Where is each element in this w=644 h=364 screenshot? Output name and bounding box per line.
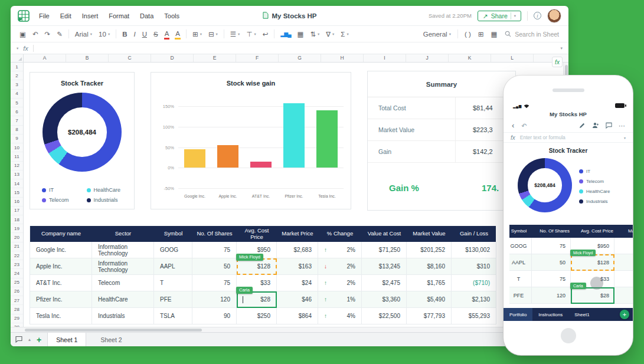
cell-gain-loss[interactable]: $2,130 xyxy=(452,291,496,308)
menu-item[interactable]: File xyxy=(39,12,50,19)
col-header-value-at-cost[interactable]: Value at Cost xyxy=(362,226,407,242)
cell-company[interactable]: Tesla Inc. xyxy=(30,308,92,324)
font-color-button[interactable]: A xyxy=(162,28,172,40)
view-grid-button[interactable]: ▦ xyxy=(488,28,500,40)
cell-symbol[interactable]: AAPL xyxy=(509,254,532,271)
merge-cells-button[interactable]: ⊟▾ xyxy=(205,28,221,40)
cell-avg-cost[interactable]: $250 xyxy=(237,308,277,324)
row-header[interactable]: 21 xyxy=(11,242,23,251)
row-header[interactable]: 23 xyxy=(11,260,23,269)
row-header[interactable]: 27 xyxy=(11,296,23,305)
row-header[interactable]: 17 xyxy=(11,206,23,215)
cell-symbol[interactable]: GOOG xyxy=(509,238,532,254)
filter-button[interactable]: ∇▾ xyxy=(323,28,337,40)
row-header[interactable]: 9 xyxy=(11,135,23,143)
font-size-select[interactable]: 10▾ xyxy=(96,28,113,40)
cell-shares[interactable]: 120 xyxy=(532,287,571,304)
cell-market-price[interactable]: $163 xyxy=(614,254,633,271)
row-header[interactable]: 29 xyxy=(11,314,23,323)
cell-gain-loss[interactable]: $310 xyxy=(452,258,496,275)
column-header[interactable]: H xyxy=(321,54,364,62)
col-header-market-price[interactable]: Market Price xyxy=(614,225,633,238)
column-header[interactable]: K xyxy=(449,54,491,62)
select-all-corner[interactable] xyxy=(11,54,24,62)
font-select[interactable]: Arial▾ xyxy=(72,28,95,40)
cell-market-price[interactable]: $46 xyxy=(277,291,318,308)
sheet-grid[interactable]: 1234567891011121314151617181920212223242… xyxy=(11,63,568,332)
horizontal-align-button[interactable]: ☰▾ xyxy=(227,28,243,40)
cell-change[interactable]: ↑4% xyxy=(318,308,362,324)
insert-chart-button[interactable]: ▂▆▄ xyxy=(277,28,293,40)
info-icon[interactable]: i xyxy=(534,12,541,19)
col-header-gain-loss[interactable]: Gain / Loss xyxy=(452,226,496,242)
cell-gain-loss-negative[interactable]: ($710) xyxy=(452,275,496,291)
menu-item[interactable]: Insert xyxy=(82,12,99,19)
cell-change[interactable]: ↑2% xyxy=(318,275,362,291)
summary-card[interactable]: Summary Total Cost $81,44 Market Value $… xyxy=(367,71,516,211)
cell-sector[interactable]: Information Technology xyxy=(92,258,154,275)
horizontal-scrollbar[interactable] xyxy=(11,327,568,332)
cell-market-price[interactable]: $2,683 xyxy=(277,242,318,258)
cell-company[interactable]: Google Inc. xyxy=(30,242,92,258)
user-avatar[interactable] xyxy=(547,9,561,23)
col-header-change[interactable]: % Change xyxy=(318,226,362,242)
cell-symbol[interactable]: AAPL xyxy=(154,258,192,275)
column-header[interactable]: I xyxy=(364,54,406,62)
cell-change[interactable]: ↑1% xyxy=(318,291,362,308)
fill-color-button[interactable]: A xyxy=(172,28,183,40)
col-header-symbol[interactable]: Symbol xyxy=(509,225,532,238)
row-header[interactable]: 18 xyxy=(11,215,23,224)
name-box-chevron-icon[interactable]: ▾ xyxy=(17,46,18,51)
cell-sector[interactable]: Information Technology xyxy=(92,242,154,258)
sheet-tab-2[interactable]: Sheet 2 xyxy=(92,333,130,346)
row-header[interactable]: 6 xyxy=(11,107,23,116)
column-header[interactable]: G xyxy=(279,54,321,62)
menu-item[interactable]: Tools xyxy=(164,12,179,19)
menu-item[interactable]: Edit xyxy=(60,12,71,19)
column-header[interactable]: J xyxy=(406,54,449,62)
phone-tab-instructions[interactable]: Instructions xyxy=(532,308,568,321)
row-header[interactable]: 11 xyxy=(11,152,23,161)
cell-shares[interactable]: 90 xyxy=(192,308,237,324)
cell-value-at-cost[interactable]: $2,475 xyxy=(362,275,407,291)
cell-shares[interactable]: 75 xyxy=(532,238,571,254)
print-button[interactable]: ▣ xyxy=(17,28,29,40)
stock-tracker-chart-card[interactable]: Stock Tracker $208,484 IT Telecom Health… xyxy=(30,72,135,209)
col-header-company[interactable]: Company name xyxy=(30,226,92,242)
row-header[interactable]: 25 xyxy=(11,278,23,287)
col-header-shares[interactable]: No. Of Shares xyxy=(532,225,571,238)
cell-symbol[interactable]: TSLA xyxy=(154,308,192,324)
row-header[interactable]: 26 xyxy=(11,287,23,296)
cell-market-price[interactable]: $46 xyxy=(614,287,633,304)
col-header-shares[interactable]: No. Of Shares xyxy=(192,226,237,242)
cell-symbol[interactable]: PFE xyxy=(509,287,532,304)
app-logo-icon[interactable] xyxy=(18,10,30,22)
edit-pen-icon[interactable] xyxy=(579,120,586,131)
row-header[interactable]: 13 xyxy=(11,170,23,179)
sheet-list-icon[interactable]: ▴ xyxy=(28,337,31,342)
row-header[interactable]: 1 xyxy=(11,63,23,71)
bold-button[interactable]: B xyxy=(119,28,130,40)
row-header[interactable]: 16 xyxy=(11,198,23,206)
cell-shares[interactable]: 120 xyxy=(192,291,237,308)
col-header-sector[interactable]: Sector xyxy=(92,226,154,242)
pivot-button[interactable]: ⊞ xyxy=(475,28,487,40)
sheet-tab-1[interactable]: Sheet 1 xyxy=(47,333,86,346)
row-header[interactable]: 2 xyxy=(11,71,23,80)
cell-gain-loss[interactable]: $55,293 xyxy=(452,308,496,324)
sum-button[interactable]: Σ▾ xyxy=(338,28,351,40)
cell-shares[interactable]: 75 xyxy=(192,275,237,291)
back-icon[interactable]: ‹ xyxy=(512,123,514,129)
cell-market-price[interactable]: $24 xyxy=(277,275,318,291)
column-header[interactable]: F xyxy=(236,54,279,62)
cell-shares[interactable]: 75 xyxy=(532,271,571,287)
row-header[interactable]: 12 xyxy=(11,162,23,170)
more-options-icon[interactable]: ⋯ xyxy=(619,122,626,130)
row-header[interactable]: 7 xyxy=(11,116,23,125)
borders-button[interactable]: ⊞▾ xyxy=(189,28,205,40)
italic-button[interactable]: I xyxy=(130,28,138,40)
phone-tab-portfolio[interactable]: Portfolio xyxy=(504,308,532,321)
column-header[interactable]: A xyxy=(24,54,66,62)
format-painter-button[interactable]: ✎ xyxy=(54,28,66,40)
column-header[interactable]: C xyxy=(109,54,151,62)
